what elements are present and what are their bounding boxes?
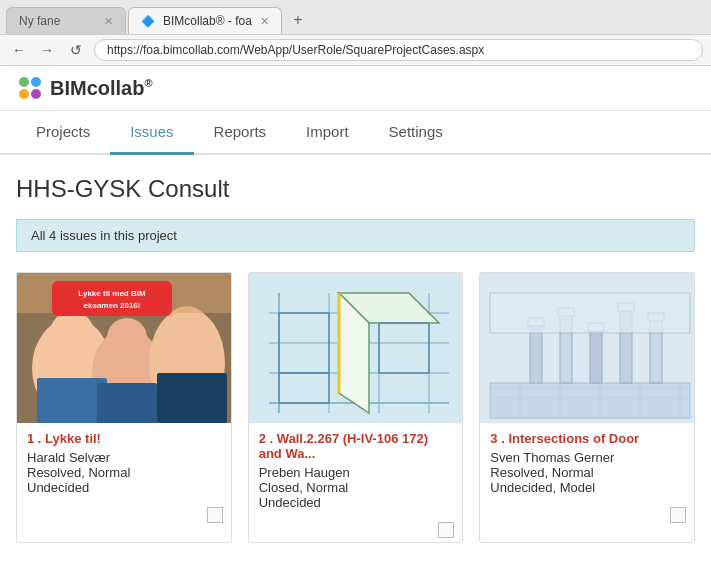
card-1-photo-svg: Lykke til med BIM eksamen 2016! [17,273,232,423]
card-3-author: Sven Thomas Gerner [490,450,684,465]
nav-import[interactable]: Import [286,111,369,155]
cards-grid: Lykke til med BIM eksamen 2016! 1 . Lykk… [16,272,695,543]
svg-point-3 [31,89,41,99]
card-2-checkbox[interactable] [438,522,454,538]
card-3[interactable]: 3 . Intersections of Door Sven Thomas Ge… [479,272,695,543]
card-3-image [480,273,695,423]
card-3-3d-svg [480,273,695,423]
svg-point-0 [19,77,29,87]
app-header: BIMcollab® [0,66,711,111]
url-bar[interactable] [94,39,703,61]
card-1-checkbox[interactable] [207,507,223,523]
card-2[interactable]: 2 . Wall.2.267 (H-IV-106 172) and Wa... … [248,272,464,543]
tab-label: Ny fane [19,14,60,28]
svg-text:eksamen 2016!: eksamen 2016! [84,301,141,310]
nav-projects[interactable]: Projects [16,111,110,155]
main-nav: Projects Issues Reports Import Settings [0,111,711,155]
nav-issues[interactable]: Issues [110,111,193,155]
back-button[interactable]: ← [8,40,30,60]
svg-text:Lykke til med BIM: Lykke til med BIM [78,289,146,298]
tab-bimcollab[interactable]: 🔷 BIMcollab® - foa ✕ [128,7,282,34]
card-2-blueprint-svg [249,273,464,423]
card-3-body: 3 . Intersections of Door Sven Thomas Ge… [480,423,694,503]
nav-reports[interactable]: Reports [194,111,287,155]
card-2-footer [249,518,463,542]
forward-button[interactable]: → [36,40,58,60]
reload-button[interactable]: ↺ [64,40,88,60]
address-bar: ← → ↺ [0,34,711,65]
svg-rect-17 [157,373,227,423]
tab-close-button[interactable]: ✕ [104,15,113,28]
tab-bar: Ny fane ✕ 🔷 BIMcollab® - foa ✕ + [0,0,711,34]
tab-label: BIMcollab® - foa [163,14,252,28]
card-1[interactable]: Lykke til med BIM eksamen 2016! 1 . Lykk… [16,272,232,543]
card-2-undecided: Undecided [259,495,453,510]
card-1-image: Lykke til med BIM eksamen 2016! [17,273,232,423]
nav-settings[interactable]: Settings [369,111,463,155]
card-1-author: Harald Selvær [27,450,221,465]
tab-close-active-button[interactable]: ✕ [260,15,269,28]
logo-area: BIMcollab® [16,74,695,102]
logo-text: BIMcollab® [50,77,153,100]
project-title: HHS-GYSK Consult [16,175,695,203]
card-2-image [249,273,464,423]
card-3-title: 3 . Intersections of Door [490,431,684,446]
card-2-status: Closed, Normal [259,480,453,495]
new-tab-button[interactable]: + [284,6,312,34]
card-1-title: 1 . Lykke til! [27,431,221,446]
card-1-status: Resolved, Normal [27,465,221,480]
svg-rect-15 [37,378,107,423]
main-content: HHS-GYSK Consult All 4 issues in this pr… [0,155,711,563]
card-3-undecided: Undecided, Model [490,480,684,495]
card-2-body: 2 . Wall.2.267 (H-IV-106 172) and Wa... … [249,423,463,518]
svg-rect-45 [590,328,602,383]
card-3-status: Resolved, Normal [490,465,684,480]
svg-point-8 [107,318,147,358]
card-2-author: Preben Haugen [259,465,453,480]
browser-chrome: Ny fane ✕ 🔷 BIMcollab® - foa ✕ + ← → ↺ [0,0,711,66]
card-2-title: 2 . Wall.2.267 (H-IV-106 172) and Wa... [259,431,453,461]
card-1-undecided: Undecided [27,480,221,495]
svg-rect-12 [52,281,172,316]
card-1-footer [17,503,231,527]
tab-favicon: 🔷 [141,15,155,28]
svg-rect-16 [97,383,157,423]
card-3-checkbox[interactable] [670,507,686,523]
svg-point-2 [19,89,29,99]
card-1-body: 1 . Lykke til! Harald Selvær Resolved, N… [17,423,231,503]
svg-point-6 [50,311,94,355]
issues-banner: All 4 issues in this project [16,219,695,252]
tab-ny-fane[interactable]: Ny fane ✕ [6,7,126,34]
bimcollab-logo-icon [16,74,44,102]
svg-point-1 [31,77,41,87]
card-3-footer [480,503,694,527]
svg-rect-53 [490,293,690,333]
